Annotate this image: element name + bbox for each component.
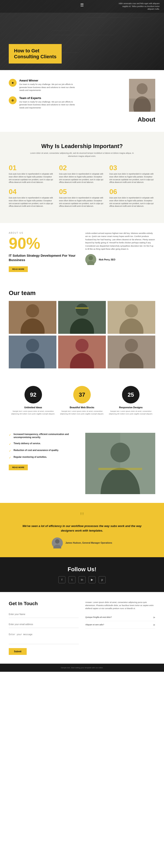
leadership-item-5: 05 Duis aute irure dolor in reprehenderi… — [59, 188, 105, 208]
hero-title: How to Get Consulting Clients — [14, 48, 56, 60]
faq-item-2[interactable]: Aliquam et sem adis? ▶ — [85, 621, 155, 629]
team-photo-3 — [108, 301, 155, 334]
features-right — [85, 433, 155, 494]
leadership-item-1: 01 Duis aute irure dolor in reprehenderi… — [9, 164, 55, 184]
ceo-row: Nick Perry, SEO — [85, 254, 155, 265]
stat-num-1: 92 — [30, 392, 36, 398]
check-icon-4: ✓ — [9, 456, 11, 459]
check-icon-1: ✓ — [9, 433, 11, 436]
leadership-text-6: Duis aute irure dolor in reprehenderit i… — [109, 196, 155, 208]
leadership-item-6: 06 Duis aute irure dolor in reprehenderi… — [109, 188, 155, 208]
feature-text-4: Regular monitoring of activities. — [13, 456, 47, 459]
experts-item: ⊕ Team of Experts Our team is ready for … — [9, 96, 80, 110]
stat-num-2: 37 — [79, 392, 85, 398]
team-photo-1 — [9, 301, 56, 334]
hamburger-icon[interactable]: ☰ — [80, 3, 84, 7]
stat-num-3: 25 — [128, 392, 134, 398]
facebook-icon[interactable]: f — [58, 576, 66, 583]
quote-person: James Hudson, General Manager Operations — [17, 537, 147, 549]
about-us-read-more[interactable]: READ MORE — [9, 266, 28, 272]
footer: Sample text. Start editing your template… — [0, 664, 164, 672]
about-left: ★ Award Winner Our team is ready for any… — [9, 79, 80, 114]
message-input[interactable] — [9, 631, 79, 644]
leadership-text-5: Duis aute irure dolor in reprehenderit i… — [59, 196, 105, 208]
stat-circle-3: 25 — [122, 386, 139, 403]
stat-item-1: 92 Unlimited Ideas Sample text. Lorem ip… — [9, 386, 57, 415]
about-right: About — [84, 79, 155, 123]
submit-button[interactable]: Submit — [9, 648, 27, 655]
award-icon: ★ — [9, 79, 16, 87]
leadership-title: Why Is Leadership Important? — [9, 143, 155, 150]
svg-point-8 — [26, 304, 39, 317]
about-person-image — [129, 79, 155, 112]
svg-point-24 — [125, 339, 138, 352]
quote-person-info: James Hudson, General Manager Operations — [66, 541, 112, 544]
feature-text-1: Increased transparency, efficient commun… — [13, 433, 79, 439]
stat-circle-1: 92 — [25, 386, 42, 403]
ceo-info: Nick Perry, SEO — [99, 258, 115, 261]
faq-label-1: Quisque fringilla ali erat dolor? — [85, 616, 112, 618]
leadership-text-4: Duis aute irure dolor in reprehenderit i… — [9, 196, 55, 208]
team-photo-5 — [58, 336, 106, 368]
stat-item-2: 37 Beautiful Web Blocks Sample text. Lor… — [57, 386, 106, 415]
svg-point-28 — [111, 443, 130, 462]
leadership-item-2: 02 Duis aute irure dolor in reprehenderi… — [59, 164, 105, 184]
award-title: Award Winner — [19, 79, 80, 82]
svg-point-2 — [137, 83, 148, 94]
about-us-percent: 90% — [9, 236, 79, 251]
experts-title: Team of Experts — [19, 96, 80, 100]
team-photo-2 — [58, 301, 106, 334]
feature-item-3: ✓ Reduction of cost and assurance of qua… — [9, 449, 79, 453]
feature-text-3: Reduction of cost and assurance of quali… — [13, 449, 59, 452]
person-svg — [129, 79, 155, 112]
follow-title: Follow Us! — [9, 566, 155, 573]
faq-arrow-2: ▶ — [154, 623, 155, 626]
check-icon-3: ✓ — [9, 449, 11, 453]
svg-point-3 — [133, 96, 151, 112]
features-image — [85, 433, 155, 494]
quote-section: " We've seen a lot of efficiency in our … — [0, 503, 164, 557]
instagram-icon[interactable]: in — [79, 576, 85, 583]
social-icons-container: f t in ▶ p — [9, 576, 155, 583]
pinterest-icon[interactable]: p — [98, 576, 106, 583]
youtube-icon[interactable]: ▶ — [89, 576, 95, 583]
svg-point-18 — [26, 339, 39, 352]
feature-item-1: ✓ Increased transparency, efficient comm… — [9, 433, 79, 439]
contact-left: Get In Touch Submit — [9, 601, 79, 655]
about-us-left: ABOUT US 90% IT Solution Strategy Develo… — [9, 232, 79, 272]
quote-person-name: James Hudson, General Manager Operations — [66, 541, 112, 544]
leadership-num-5: 05 — [59, 188, 105, 195]
stat-title-1: Unlimited Ideas — [9, 406, 57, 409]
features-left: ✓ Increased transparency, efficient comm… — [9, 433, 79, 494]
leadership-num-1: 01 — [9, 164, 55, 171]
leadership-num-2: 02 — [59, 164, 105, 171]
faq-item-1[interactable]: Quisque fringilla ali erat dolor? ▶ — [85, 614, 155, 621]
stats-section: 92 Unlimited Ideas Sample text. Lorem ip… — [0, 377, 164, 424]
twitter-icon[interactable]: t — [69, 576, 75, 583]
svg-point-32 — [55, 539, 59, 544]
leadership-item-4: 04 Duis aute irure dolor in reprehenderi… — [9, 188, 55, 208]
svg-point-11 — [76, 304, 88, 316]
team-photo-6 — [108, 336, 155, 368]
feature-item-4: ✓ Regular monitoring of activities. — [9, 456, 79, 459]
faq-arrow-1: ▶ — [154, 616, 155, 619]
email-input[interactable] — [9, 621, 79, 628]
contact-right: Answer. Lorem ipsum dolor sit amet, cons… — [85, 601, 155, 655]
name-input[interactable] — [9, 611, 79, 618]
about-title: About — [84, 114, 155, 123]
experts-desc: Our team is ready for any challenge. We … — [19, 100, 80, 110]
stat-item-3: 25 Responsive Designs Sample text. Lorem… — [107, 386, 155, 415]
leadership-text-3: Duis aute irure dolor in reprehenderit i… — [109, 173, 155, 184]
about-us-label: ABOUT US — [9, 232, 79, 234]
hero-top-text: Nibh venenatis cras sed felis eget velit… — [116, 2, 160, 10]
team-section: Our team — [0, 281, 164, 377]
team-title: Our team — [9, 289, 155, 297]
leadership-text-1: Duis aute irure dolor in reprehenderit i… — [9, 173, 55, 184]
contact-title: Get In Touch — [9, 601, 79, 607]
ceo-avatar — [85, 254, 96, 265]
about-us-text: Article evident arrived express highest … — [85, 232, 155, 251]
leadership-text-2: Duis aute irure dolor in reprehenderit i… — [59, 173, 105, 184]
features-read-more[interactable]: READ MORE — [9, 465, 28, 470]
about-us-right: Article evident arrived express highest … — [85, 232, 155, 272]
leadership-subtitle: Lorem dolor sit amet, consectetur adipis… — [27, 152, 137, 158]
